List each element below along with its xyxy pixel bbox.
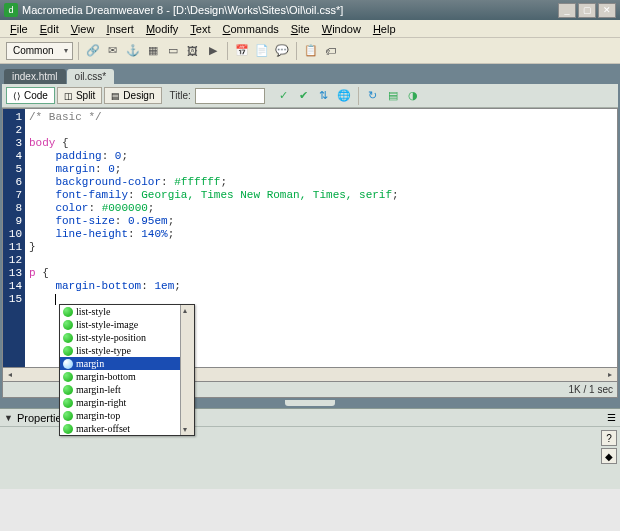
- server-include-icon[interactable]: 📄: [253, 42, 271, 60]
- autocomplete-item[interactable]: list-style-position: [60, 331, 180, 344]
- autocomplete-item[interactable]: margin-right: [60, 396, 180, 409]
- property-icon: [63, 359, 73, 369]
- image-icon[interactable]: 🖼: [184, 42, 202, 60]
- autocomplete-label: list-style: [76, 306, 110, 317]
- properties-body: ? ◆: [0, 427, 620, 489]
- autocomplete-item[interactable]: margin: [60, 357, 180, 370]
- hyperlink-icon[interactable]: 🔗: [84, 42, 102, 60]
- line-gutter: 123456789101112131415: [3, 109, 25, 367]
- design-icon: ▤: [111, 91, 120, 101]
- autocomplete-label: list-style-image: [76, 319, 138, 330]
- autocomplete-label: margin-right: [76, 397, 126, 408]
- templates-icon[interactable]: 📋: [302, 42, 320, 60]
- menu-commands[interactable]: Commands: [217, 21, 285, 37]
- code-view-button[interactable]: ⟨⟩Code: [6, 87, 55, 104]
- title-bar: d Macromedia Dreamweaver 8 - [D:\Design\…: [0, 0, 620, 20]
- menu-edit[interactable]: Edit: [34, 21, 65, 37]
- autocomplete-item[interactable]: margin-bottom: [60, 370, 180, 383]
- menu-modify[interactable]: Modify: [140, 21, 184, 37]
- autocomplete-list: list-stylelist-style-imagelist-style-pos…: [60, 305, 180, 435]
- view-options-icon[interactable]: ▤: [384, 87, 402, 105]
- autocomplete-item[interactable]: list-style-image: [60, 318, 180, 331]
- menu-site[interactable]: Site: [285, 21, 316, 37]
- menu-insert[interactable]: Insert: [100, 21, 140, 37]
- property-icon: [63, 346, 73, 356]
- insert-category-dropdown[interactable]: Common: [6, 42, 73, 60]
- menu-view[interactable]: View: [65, 21, 101, 37]
- menu-text[interactable]: Text: [184, 21, 216, 37]
- help-icon[interactable]: ?: [601, 430, 617, 446]
- document-area: index.htmloil.css* ⟨⟩Code ◫Split ▤Design…: [0, 64, 620, 398]
- property-icon: [63, 411, 73, 421]
- date-icon[interactable]: 📅: [233, 42, 251, 60]
- toolbar-separator: [296, 42, 297, 60]
- validate-icon[interactable]: ✔: [295, 87, 313, 105]
- menu-window[interactable]: Window: [316, 21, 367, 37]
- collapse-icon[interactable]: ▼: [4, 413, 13, 423]
- panel-menu-icon[interactable]: ☰: [607, 412, 616, 423]
- minimize-button[interactable]: _: [558, 3, 576, 18]
- file-tab[interactable]: index.html: [4, 69, 66, 84]
- autocomplete-label: margin-bottom: [76, 371, 136, 382]
- window-controls: _ ▢ ✕: [558, 3, 616, 18]
- autocomplete-item[interactable]: list-style-type: [60, 344, 180, 357]
- autocomplete-item[interactable]: marker-offset: [60, 422, 180, 435]
- panel-resize-grip[interactable]: [285, 400, 335, 406]
- autocomplete-label: list-style-type: [76, 345, 131, 356]
- refresh-icon[interactable]: ↻: [364, 87, 382, 105]
- code-editor[interactable]: 123456789101112131415 /* Basic */ body {…: [2, 108, 618, 368]
- autocomplete-label: margin-top: [76, 410, 120, 421]
- close-button[interactable]: ✕: [598, 3, 616, 18]
- autocomplete-item[interactable]: margin-left: [60, 383, 180, 396]
- design-view-label: Design: [123, 90, 154, 101]
- named-anchor-icon[interactable]: ⚓: [124, 42, 142, 60]
- autocomplete-label: list-style-position: [76, 332, 146, 343]
- document-title-input[interactable]: [195, 88, 265, 104]
- title-label: Title:: [170, 90, 191, 101]
- design-view-button[interactable]: ▤Design: [104, 87, 161, 104]
- insert-toolbar: Common 🔗 ✉ ⚓ ▦ ▭ 🖼 ▶ 📅 📄 💬 📋 🏷: [0, 38, 620, 64]
- email-link-icon[interactable]: ✉: [104, 42, 122, 60]
- doc-toolbar-icons: ✓ ✔ ⇅ 🌐 ↻ ▤ ◑: [275, 87, 422, 105]
- file-management-icon[interactable]: ⇅: [315, 87, 333, 105]
- file-tab[interactable]: oil.css*: [67, 69, 115, 84]
- autocomplete-label: margin: [76, 358, 104, 369]
- properties-side-controls: ? ◆: [598, 427, 620, 467]
- preview-icon[interactable]: 🌐: [335, 87, 353, 105]
- maximize-button[interactable]: ▢: [578, 3, 596, 18]
- autocomplete-scrollbar[interactable]: [180, 305, 194, 435]
- toolbar-separator: [78, 42, 79, 60]
- property-icon: [63, 320, 73, 330]
- property-icon: [63, 398, 73, 408]
- quick-tag-icon[interactable]: ◆: [601, 448, 617, 464]
- split-view-label: Split: [76, 90, 95, 101]
- autocomplete-popup[interactable]: list-stylelist-style-imagelist-style-pos…: [59, 304, 195, 436]
- insert-div-icon[interactable]: ▭: [164, 42, 182, 60]
- insert-category-label: Common: [13, 45, 54, 56]
- code-view-label: Code: [24, 90, 48, 101]
- comment-icon[interactable]: 💬: [273, 42, 291, 60]
- autocomplete-item[interactable]: list-style: [60, 305, 180, 318]
- scroll-right-icon[interactable]: ▸: [603, 370, 617, 379]
- menu-file[interactable]: File: [4, 21, 34, 37]
- property-icon: [63, 333, 73, 343]
- table-icon[interactable]: ▦: [144, 42, 162, 60]
- media-icon[interactable]: ▶: [204, 42, 222, 60]
- window-title: Macromedia Dreamweaver 8 - [D:\Design\Wo…: [22, 4, 558, 16]
- split-view-button[interactable]: ◫Split: [57, 87, 102, 104]
- property-icon: [63, 424, 73, 434]
- visual-aids-icon[interactable]: ◑: [404, 87, 422, 105]
- no-browser-check-icon[interactable]: ✓: [275, 87, 293, 105]
- toolbar-separator: [227, 42, 228, 60]
- code-icon: ⟨⟩: [13, 91, 21, 101]
- menu-bar: FileEditViewInsertModifyTextCommandsSite…: [0, 20, 620, 38]
- file-tabs: index.htmloil.css*: [2, 66, 618, 84]
- autocomplete-label: margin-left: [76, 384, 121, 395]
- tag-chooser-icon[interactable]: 🏷: [322, 42, 340, 60]
- menu-help[interactable]: Help: [367, 21, 402, 37]
- document-toolbar: ⟨⟩Code ◫Split ▤Design Title: ✓ ✔ ⇅ 🌐 ↻ ▤…: [2, 84, 618, 108]
- autocomplete-item[interactable]: margin-top: [60, 409, 180, 422]
- property-icon: [63, 372, 73, 382]
- property-icon: [63, 307, 73, 317]
- scroll-left-icon[interactable]: ◂: [3, 370, 17, 379]
